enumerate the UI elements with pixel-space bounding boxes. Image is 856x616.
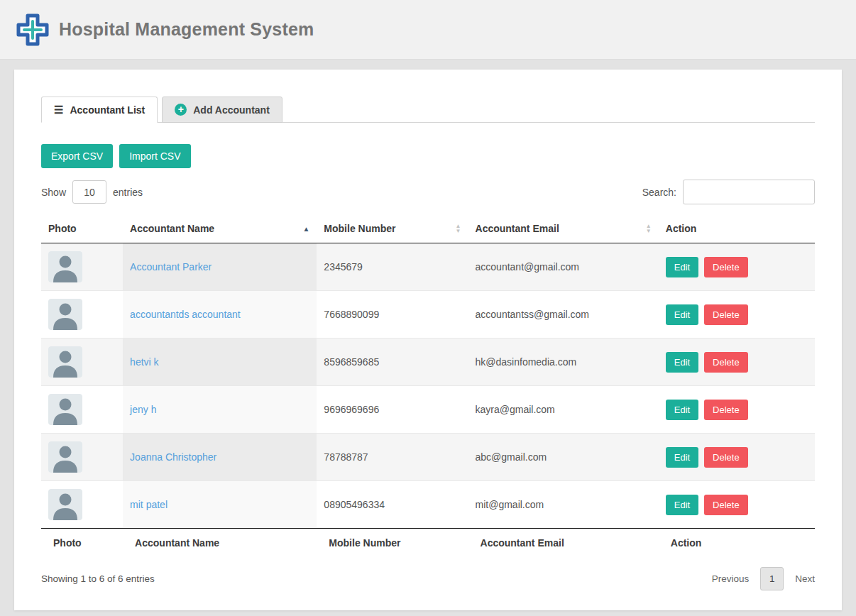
col-header-mobile[interactable]: Mobile Number ▲▼	[317, 214, 468, 243]
pagination-next[interactable]: Next	[795, 573, 815, 584]
page-size-input[interactable]	[72, 180, 106, 204]
search-label: Search:	[642, 187, 676, 198]
table-row: hetvi k 8596859685 hk@dasinfomedia.com E…	[41, 339, 815, 386]
tab-add-accountant[interactable]: + Add Accountant	[162, 97, 282, 123]
email-cell: accountant@gmail.com	[468, 243, 659, 291]
col-header-email-label: Accountant Email	[476, 223, 559, 234]
col-header-photo: Photo	[41, 214, 123, 243]
pagination: Previous 1 Next	[712, 567, 815, 590]
email-cell: abc@gmail.com	[468, 434, 659, 481]
delete-button[interactable]: Delete	[704, 495, 748, 515]
delete-button[interactable]: Delete	[704, 304, 748, 325]
table-row: Accountant Parker 2345679 accountant@gma…	[41, 243, 815, 291]
mobile-cell: 7668890099	[317, 291, 468, 339]
edit-button[interactable]: Edit	[666, 400, 698, 420]
email-cell: accountantss@gmail.com	[468, 291, 659, 339]
accountant-photo	[48, 441, 82, 473]
app-title: Hospital Management System	[59, 19, 314, 40]
show-entries-control: Show entries	[41, 180, 143, 204]
edit-button[interactable]: Edit	[666, 352, 698, 373]
delete-button[interactable]: Delete	[704, 257, 748, 277]
table-row: jeny h 9696969696 kayra@gmail.com Edit D…	[41, 386, 815, 434]
accountant-name-link[interactable]: Joanna Christopher	[130, 451, 216, 463]
table-header-row: Photo Accountant Name ▲ Mobile Number ▲▼…	[41, 214, 815, 243]
tab-accountant-list[interactable]: ☰ Accountant List	[41, 97, 158, 123]
col-header-email[interactable]: Accountant Email ▲▼	[468, 214, 659, 243]
mobile-cell: 9696969696	[317, 386, 468, 434]
import-csv-button[interactable]: Import CSV	[119, 144, 190, 168]
sort-icon: ▲▼	[456, 224, 461, 233]
tab-accountant-list-label: Accountant List	[70, 104, 145, 116]
table-row: Joanna Christopher 78788787 abc@gmail.co…	[41, 434, 815, 481]
email-cell: mit@gmail.com	[468, 481, 659, 529]
table-footer-row: Photo Accountant Name Mobile Number Acco…	[41, 529, 815, 558]
table-footer: Showing 1 to 6 of 6 entries Previous 1 N…	[41, 567, 815, 590]
col-footer-mobile: Mobile Number	[317, 529, 468, 558]
tab-bar: ☰ Accountant List + Add Accountant	[41, 97, 815, 123]
accountant-photo	[48, 394, 82, 425]
mobile-cell: 78788787	[317, 434, 468, 481]
email-cell: hk@dasinfomedia.com	[468, 339, 659, 386]
entries-summary: Showing 1 to 6 of 6 entries	[41, 573, 155, 584]
col-footer-photo: Photo	[41, 529, 123, 558]
delete-button[interactable]: Delete	[704, 400, 748, 420]
hospital-logo-icon	[16, 13, 50, 47]
mobile-cell: 8596859685	[317, 339, 468, 386]
sort-ascending-icon: ▲	[302, 225, 309, 233]
list-icon: ☰	[54, 104, 63, 115]
edit-button[interactable]: Edit	[666, 495, 698, 515]
accountant-name-link[interactable]: hetvi k	[130, 356, 158, 368]
accountant-name-link[interactable]: mit patel	[130, 499, 168, 510]
edit-button[interactable]: Edit	[666, 257, 698, 277]
table-row: mit patel 08905496334 mit@gmail.com Edit…	[41, 481, 815, 529]
table-row: accountantds accountant 7668890099 accou…	[41, 291, 815, 339]
col-footer-email: Accountant Email	[468, 529, 659, 558]
mobile-cell: 2345679	[317, 243, 468, 291]
sort-icon: ▲▼	[646, 224, 652, 233]
col-header-photo-label: Photo	[48, 223, 77, 234]
entries-label: entries	[113, 187, 143, 198]
delete-button[interactable]: Delete	[704, 447, 748, 468]
col-header-mobile-label: Mobile Number	[324, 223, 395, 234]
delete-button[interactable]: Delete	[704, 352, 748, 373]
edit-button[interactable]: Edit	[666, 447, 698, 468]
app-header: Hospital Management System	[0, 0, 856, 60]
search-control: Search:	[642, 180, 815, 204]
pagination-previous[interactable]: Previous	[712, 573, 750, 584]
export-csv-button[interactable]: Export CSV	[41, 144, 113, 168]
accountant-name-link[interactable]: Accountant Parker	[130, 261, 212, 273]
accountant-name-link[interactable]: jeny h	[130, 404, 156, 415]
page-content: ☰ Accountant List + Add Accountant Expor…	[0, 60, 856, 616]
plus-circle-icon: +	[175, 104, 187, 116]
col-footer-action: Action	[659, 529, 815, 558]
accountant-name-link[interactable]: accountantds accountant	[130, 309, 241, 320]
table-controls: Show entries Search:	[41, 180, 815, 204]
accountant-table: Photo Accountant Name ▲ Mobile Number ▲▼…	[41, 214, 815, 557]
email-cell: kayra@gmail.com	[468, 386, 659, 434]
main-card: ☰ Accountant List + Add Accountant Expor…	[14, 70, 842, 610]
accountant-photo	[48, 346, 82, 378]
search-input[interactable]	[683, 180, 815, 204]
col-header-name-label: Accountant Name	[130, 223, 214, 234]
csv-toolbar: Export CSV Import CSV	[41, 144, 815, 168]
col-header-action: Action	[659, 214, 815, 243]
col-footer-name: Accountant Name	[123, 529, 317, 558]
col-header-name[interactable]: Accountant Name ▲	[123, 214, 317, 243]
col-header-action-label: Action	[666, 223, 697, 234]
show-label: Show	[41, 187, 66, 198]
accountant-photo	[48, 299, 82, 330]
tab-add-accountant-label: Add Accountant	[193, 104, 270, 116]
pagination-page-1[interactable]: 1	[760, 567, 784, 590]
edit-button[interactable]: Edit	[666, 304, 698, 325]
mobile-cell: 08905496334	[317, 481, 468, 529]
accountant-photo	[48, 251, 82, 282]
accountant-photo	[48, 489, 82, 520]
